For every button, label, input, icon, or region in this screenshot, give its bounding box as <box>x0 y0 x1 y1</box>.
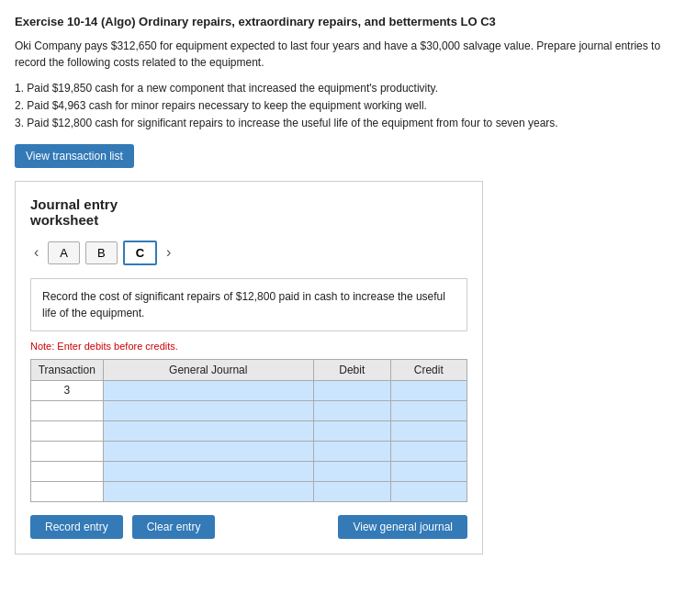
table-row: 3 <box>31 380 467 400</box>
journal-input-1[interactable] <box>107 383 310 398</box>
worksheet-container: Journal entry worksheet ‹ A B C › Record… <box>15 181 483 554</box>
instruction-box: Record the cost of significant repairs o… <box>30 278 467 331</box>
transaction-num-cell: 3 <box>31 380 104 400</box>
view-general-journal-button[interactable]: View general journal <box>338 515 467 539</box>
journal-table: Transaction General Journal Debit Credit… <box>30 359 467 502</box>
table-row <box>31 481 467 501</box>
journal-input-cell[interactable] <box>103 441 314 461</box>
journal-input-cell[interactable] <box>103 380 314 400</box>
debit-input-cell[interactable] <box>314 461 390 481</box>
table-row <box>31 400 467 420</box>
table-row <box>31 441 467 461</box>
debit-input-4[interactable] <box>318 443 386 458</box>
col-header-transaction: Transaction <box>31 359 104 380</box>
tab-navigation: ‹ A B C › <box>30 241 467 265</box>
journal-input-cell[interactable] <box>103 400 314 420</box>
list-item-1: 1. Paid $19,850 cash for a new component… <box>15 80 682 97</box>
table-row <box>31 420 467 441</box>
credit-input-cell[interactable] <box>390 420 467 441</box>
tab-prev-arrow[interactable]: ‹ <box>30 242 42 263</box>
transaction-num-cell <box>31 400 104 420</box>
journal-input-4[interactable] <box>107 443 310 458</box>
credit-input-cell[interactable] <box>390 481 467 501</box>
col-header-credit: Credit <box>390 359 467 380</box>
transaction-num-cell <box>31 461 104 481</box>
journal-input-2[interactable] <box>107 403 310 418</box>
debit-input-cell[interactable] <box>314 400 390 420</box>
col-header-journal: General Journal <box>103 359 314 380</box>
transaction-num-cell <box>31 481 104 501</box>
transaction-num-cell <box>31 441 104 461</box>
credit-input-5[interactable] <box>395 464 464 478</box>
note-text: Note: Enter debits before credits. <box>30 341 467 352</box>
credit-input-3[interactable] <box>395 423 464 438</box>
credit-input-4[interactable] <box>395 443 464 458</box>
journal-input-cell[interactable] <box>103 461 314 481</box>
tab-a[interactable]: A <box>48 241 80 264</box>
debit-input-cell[interactable] <box>314 420 390 441</box>
transaction-num-cell <box>31 420 104 441</box>
exercise-title: Exercise 10-14 (Algo) Ordinary repairs, … <box>15 15 682 28</box>
tab-c[interactable]: C <box>123 241 157 265</box>
journal-input-cell[interactable] <box>103 481 314 501</box>
credit-input-1[interactable] <box>395 383 464 398</box>
journal-input-5[interactable] <box>107 464 310 478</box>
exercise-description: Oki Company pays $312,650 for equipment … <box>15 38 682 71</box>
debit-input-cell[interactable] <box>314 441 390 461</box>
worksheet-title: Journal entry worksheet <box>30 196 467 228</box>
journal-input-3[interactable] <box>107 423 310 438</box>
debit-input-cell[interactable] <box>314 481 390 501</box>
credit-input-cell[interactable] <box>390 400 467 420</box>
debit-input-5[interactable] <box>318 464 386 478</box>
numbered-list: 1. Paid $19,850 cash for a new component… <box>15 80 682 133</box>
debit-input-6[interactable] <box>318 484 386 498</box>
view-transaction-button[interactable]: View transaction list <box>15 144 134 168</box>
journal-input-cell[interactable] <box>103 420 314 441</box>
col-header-debit: Debit <box>314 359 390 380</box>
tab-b[interactable]: B <box>85 241 118 264</box>
credit-input-cell[interactable] <box>390 461 467 481</box>
tab-next-arrow[interactable]: › <box>163 242 174 263</box>
credit-input-cell[interactable] <box>390 380 467 400</box>
record-entry-button[interactable]: Record entry <box>30 515 123 539</box>
debit-input-1[interactable] <box>318 383 386 398</box>
journal-input-6[interactable] <box>107 484 310 498</box>
clear-entry-button[interactable]: Clear entry <box>132 515 216 539</box>
credit-input-2[interactable] <box>395 403 464 418</box>
debit-input-2[interactable] <box>318 403 386 418</box>
list-item-2: 2. Paid $4,963 cash for minor repairs ne… <box>15 97 682 115</box>
debit-input-3[interactable] <box>318 423 386 438</box>
debit-input-cell[interactable] <box>314 380 390 400</box>
table-row <box>31 461 467 481</box>
credit-input-6[interactable] <box>395 484 464 498</box>
action-buttons: Record entry Clear entry View general jo… <box>30 515 467 539</box>
credit-input-cell[interactable] <box>390 441 467 461</box>
list-item-3: 3. Paid $12,800 cash for significant rep… <box>15 115 682 132</box>
